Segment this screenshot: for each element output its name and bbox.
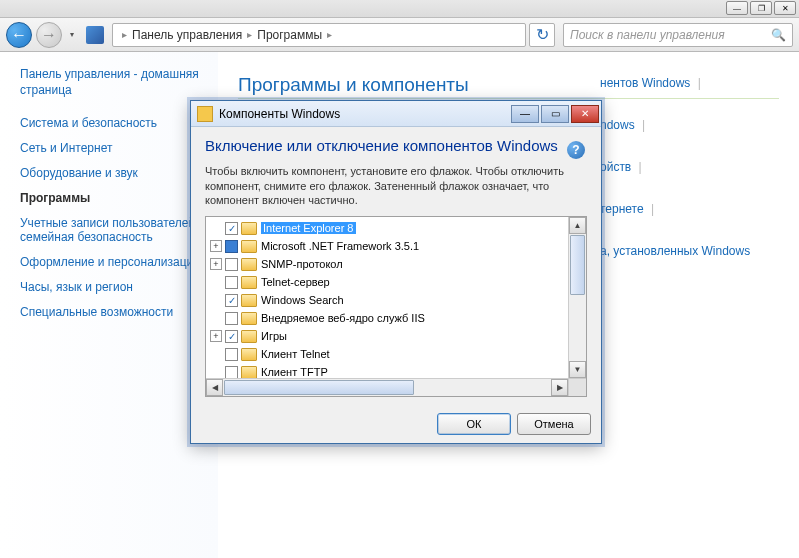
breadcrumb-sep-icon: ▸ [327, 29, 332, 40]
folder-icon [241, 240, 257, 253]
tree-item-label: Internet Explorer 8 [261, 222, 356, 234]
dialog-close-button[interactable]: ✕ [571, 105, 599, 123]
tree-row[interactable]: Telnet-сервер [206, 273, 568, 291]
tree-row[interactable]: +Microsoft .NET Framework 3.5.1 [206, 237, 568, 255]
ok-button[interactable]: ОК [437, 413, 511, 435]
folder-icon [241, 312, 257, 325]
window-maximize-button[interactable]: ❐ [750, 1, 772, 15]
sidebar-item[interactable]: Программы [20, 191, 208, 205]
content-link[interactable]: а, установленных Windows [600, 244, 750, 258]
folder-icon [241, 366, 257, 378]
feature-checkbox[interactable] [225, 258, 238, 271]
dialog-description: Чтобы включить компонент, установите его… [205, 164, 587, 209]
sidebar-item[interactable]: Специальные возможности [20, 305, 208, 319]
tree-item-label: Клиент TFTP [261, 366, 328, 378]
sidebar-home-link[interactable]: Панель управления - домашняя страница [20, 66, 208, 98]
folder-icon [241, 222, 257, 235]
cancel-button[interactable]: Отмена [517, 413, 591, 435]
content-link[interactable]: тернете | [600, 202, 750, 216]
content-links: нентов Windows | ndows | ойств | тернете… [600, 76, 750, 286]
folder-icon [241, 348, 257, 361]
expand-toggle[interactable]: + [210, 330, 222, 342]
tree-row[interactable]: Клиент TFTP [206, 363, 568, 378]
breadcrumb[interactable]: ▸ Панель управления ▸ Программы ▸ [112, 23, 526, 47]
dialog-icon [197, 106, 213, 122]
folder-icon [241, 276, 257, 289]
feature-checkbox[interactable] [225, 222, 238, 235]
features-tree: Internet Explorer 8+Microsoft .NET Frame… [205, 216, 587, 397]
sidebar-item[interactable]: Учетные записи пользователей и семейная … [20, 216, 208, 244]
feature-checkbox[interactable] [225, 348, 238, 361]
tree-row[interactable]: Клиент Telnet [206, 345, 568, 363]
control-panel-icon [86, 26, 104, 44]
sidebar-item[interactable]: Система и безопасность [20, 116, 208, 130]
tree-item-label: Windows Search [261, 294, 344, 306]
folder-icon [241, 294, 257, 307]
sidebar-item[interactable]: Оформление и персонализация [20, 255, 208, 269]
window-minimize-button[interactable]: — [726, 1, 748, 15]
sidebar-item[interactable]: Сеть и Интернет [20, 141, 208, 155]
search-icon: 🔍 [771, 28, 786, 42]
tree-row[interactable]: Internet Explorer 8 [206, 219, 568, 237]
sidebar-item[interactable]: Оборудование и звук [20, 166, 208, 180]
dialog-button-row: ОК Отмена [191, 405, 601, 443]
breadcrumb-item[interactable]: Панель управления [132, 28, 242, 42]
folder-icon [241, 330, 257, 343]
scroll-down-button[interactable]: ▼ [569, 361, 586, 378]
dialog-titlebar[interactable]: Компоненты Windows — ▭ ✕ [191, 101, 601, 127]
tree-item-label: Игры [261, 330, 287, 342]
dialog-body: ? Включение или отключение компонентов W… [191, 127, 601, 405]
horizontal-scrollbar[interactable]: ◀ ▶ [206, 378, 568, 396]
scroll-left-button[interactable]: ◀ [206, 379, 223, 396]
search-input[interactable]: Поиск в панели управления 🔍 [563, 23, 793, 47]
feature-checkbox[interactable] [225, 294, 238, 307]
nav-history-dropdown[interactable]: ▾ [66, 22, 78, 48]
window-close-button[interactable]: ✕ [774, 1, 796, 15]
nav-back-button[interactable]: ← [6, 22, 32, 48]
refresh-icon: ↻ [536, 25, 549, 44]
tree-row[interactable]: Windows Search [206, 291, 568, 309]
feature-checkbox[interactable] [225, 366, 238, 378]
tree-row[interactable]: +SNMP-протокол [206, 255, 568, 273]
window-titlebar: — ❐ ✕ [0, 0, 799, 18]
features-dialog: Компоненты Windows — ▭ ✕ ? Включение или… [190, 100, 602, 444]
tree-item-label: Microsoft .NET Framework 3.5.1 [261, 240, 419, 252]
search-placeholder: Поиск в панели управления [570, 28, 725, 42]
dialog-minimize-button[interactable]: — [511, 105, 539, 123]
breadcrumb-sep-icon: ▸ [122, 29, 127, 40]
nav-forward-button[interactable]: → [36, 22, 62, 48]
tree-item-label: Клиент Telnet [261, 348, 330, 360]
content-link[interactable]: ойств | [600, 160, 750, 174]
breadcrumb-item[interactable]: Программы [257, 28, 322, 42]
content-link[interactable]: ndows | [600, 118, 750, 132]
expand-toggle[interactable]: + [210, 240, 222, 252]
feature-checkbox[interactable] [225, 330, 238, 343]
tree-row[interactable]: +Игры [206, 327, 568, 345]
vertical-scrollbar[interactable]: ▲ ▼ [568, 217, 586, 378]
tree-item-label: Внедряемое веб-ядро служб IIS [261, 312, 425, 324]
tree-row[interactable]: Внедряемое веб-ядро служб IIS [206, 309, 568, 327]
scrollbar-corner [568, 378, 586, 396]
scroll-right-button[interactable]: ▶ [551, 379, 568, 396]
sidebar: Панель управления - домашняя страница Си… [0, 52, 218, 558]
scroll-thumb-vertical[interactable] [570, 235, 585, 295]
help-icon[interactable]: ? [567, 141, 585, 159]
expand-toggle[interactable]: + [210, 258, 222, 270]
dialog-maximize-button[interactable]: ▭ [541, 105, 569, 123]
tree-item-label: Telnet-сервер [261, 276, 330, 288]
feature-checkbox[interactable] [225, 240, 238, 253]
feature-checkbox[interactable] [225, 276, 238, 289]
scroll-thumb-horizontal[interactable] [224, 380, 414, 395]
breadcrumb-sep-icon: ▸ [247, 29, 252, 40]
tree-item-label: SNMP-протокол [261, 258, 343, 270]
folder-icon [241, 258, 257, 271]
scroll-up-button[interactable]: ▲ [569, 217, 586, 234]
dialog-title-text: Компоненты Windows [219, 107, 340, 121]
tree-viewport[interactable]: Internet Explorer 8+Microsoft .NET Frame… [206, 217, 568, 378]
feature-checkbox[interactable] [225, 312, 238, 325]
nav-bar: ← → ▾ ▸ Панель управления ▸ Программы ▸ … [0, 18, 799, 52]
refresh-button[interactable]: ↻ [529, 23, 555, 47]
sidebar-item[interactable]: Часы, язык и регион [20, 280, 208, 294]
dialog-heading: Включение или отключение компонентов Win… [205, 137, 587, 156]
content-link[interactable]: нентов Windows | [600, 76, 750, 90]
